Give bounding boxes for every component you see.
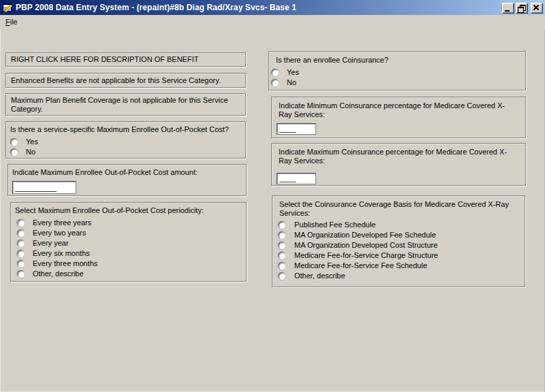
every-three-years-label[interactable]: Every three years [33,218,91,227]
group-coverage-basis: Select the Coinsurance Coverage Basis fo… [272,195,525,287]
window-title: PBP 2008 Data Entry System - (repaint)#8… [16,3,296,12]
radio-ma-developed-cost-structure-icon[interactable] [278,242,285,249]
medicare-ffs-charge-structure-label[interactable]: Medicare Fee-for-Service Charge Structur… [294,251,438,260]
periodicity-option-every-two-years[interactable]: Every two years [17,228,242,238]
basis-option-ma-developed-cost-structure[interactable]: MA Organization Developed Cost Structure [278,240,518,250]
min-coinsurance-input[interactable]: ____ [277,123,316,135]
max-coinsurance-label: Indicate Maximum Coinsurance percentage … [279,148,516,165]
restore-button[interactable] [516,3,528,14]
ma-developed-cost-structure-label[interactable]: MA Organization Developed Cost Structure [294,241,437,250]
radio-every-three-months-icon[interactable] [17,260,25,267]
coverage-basis-label: Select the Coinsurance Coverage Basis fo… [279,200,516,218]
radio-published-fee-schedule-icon[interactable] [278,221,285,229]
radio-basis-other-icon[interactable] [278,272,285,280]
ma-developed-fee-schedule-label[interactable]: MA Organization Developed Fee Schedule [294,231,436,240]
oop-yes-label[interactable]: Yes [26,137,38,146]
radio-periodicity-other-icon[interactable] [17,270,25,278]
application-window: PBP 2008 Data Entry System - (repaint)#8… [0,0,545,392]
coinsurance-no-label[interactable]: No [287,78,296,87]
group-min-coinsurance: Indicate Minimum Coinsurance percentage … [271,97,526,138]
minimize-icon [505,10,510,12]
oop-question-option-no[interactable]: No [10,147,241,157]
note-max-plan-benefit: Maximum Plan Benefit Coverage is not app… [5,93,246,116]
radio-every-six-months-icon[interactable] [17,250,25,257]
radio-medicare-ffs-fee-schedule-icon[interactable] [278,262,285,270]
description-banner-label: RIGHT CLICK HERE FOR DESCRIPTION OF BENE… [11,55,198,64]
oop-periodicity-label: Select Maximum Enrollee Out-of-Pocket Co… [15,206,242,215]
every-two-years-label[interactable]: Every two years [33,229,86,238]
every-year-label[interactable]: Every year [33,239,69,248]
periodicity-option-every-year[interactable]: Every year [17,238,242,248]
basis-option-medicare-ffs-fee-schedule[interactable]: Medicare Fee-for-Service Fee Schedule [278,261,518,271]
periodicity-option-every-three-months[interactable]: Every three months [17,259,242,269]
every-three-months-label[interactable]: Every three months [33,259,97,268]
radio-every-three-years-icon[interactable] [17,219,25,227]
menu-file[interactable]: File [0,16,22,28]
periodicity-option-every-three-years[interactable]: Every three years [17,218,242,228]
max-coinsurance-input-value: ____ [279,174,296,183]
periodicity-option-every-six-months[interactable]: Every six months [17,248,242,259]
coinsurance-yes-label[interactable]: Yes [287,68,299,77]
basis-option-published-fee-schedule[interactable]: Published Fee Schedule [278,220,518,230]
oop-question-label: Is there a service-specific Maximum Enro… [10,125,241,134]
oop-question-option-yes[interactable]: Yes [10,137,241,147]
periodicity-other-label[interactable]: Other, describe [33,270,84,278]
periodicity-option-other[interactable]: Other, describe [17,269,242,279]
coinsurance-option-no[interactable]: No [271,78,518,88]
radio-oop-no-icon[interactable] [10,148,18,156]
group-oop-question: Is there a service-specific Maximum Enro… [5,121,246,159]
radio-ma-developed-fee-schedule-icon[interactable] [278,231,285,239]
every-six-months-label[interactable]: Every six months [33,249,90,258]
oop-amount-label: Indicate Maximum Enrollee Out-of-Pocket … [12,168,242,177]
titlebar[interactable]: PBP 2008 Data Entry System - (repaint)#8… [0,0,545,15]
oop-amount-input[interactable]: __________ [12,181,76,194]
basis-other-label[interactable]: Other, describe [294,272,345,280]
application-icon [2,2,13,13]
close-icon [533,4,540,11]
radio-every-year-icon[interactable] [17,240,25,247]
close-button[interactable] [531,3,543,14]
group-coinsurance-question: Is there an enrollee Coinsurance? Yes No [268,51,526,91]
basis-option-medicare-ffs-charge-structure[interactable]: Medicare Fee-for-Service Charge Structur… [278,250,518,261]
radio-every-two-years-icon[interactable] [17,229,25,237]
min-coinsurance-input-value: ____ [279,125,296,133]
oop-amount-input-value: __________ [15,184,57,193]
menubar: File [0,15,545,29]
max-coinsurance-input[interactable]: ____ [277,173,316,184]
oop-no-label[interactable]: No [26,148,35,157]
note-enhanced-benefits-label: Enhanced Benefits are not applicable for… [11,76,221,85]
radio-coinsurance-no-icon[interactable] [271,79,279,86]
group-oop-amount: Indicate Maximum Enrollee Out-of-Pocket … [7,164,247,196]
coinsurance-question-label: Is there an enrollee Coinsurance? [276,56,518,65]
min-coinsurance-label: Indicate Minimum Coinsurance percentage … [279,101,516,119]
radio-oop-yes-icon[interactable] [10,138,18,146]
description-banner[interactable]: RIGHT CLICK HERE FOR DESCRIPTION OF BENE… [5,52,246,67]
group-max-coinsurance: Indicate Maximum Coinsurance percentage … [271,143,526,186]
group-oop-periodicity: Select Maximum Enrollee Out-of-Pocket Co… [10,202,247,282]
minimize-button[interactable] [502,3,514,14]
note-enhanced-benefits: Enhanced Benefits are not applicable for… [5,73,246,88]
basis-option-other[interactable]: Other, describe [278,271,518,281]
published-fee-schedule-label[interactable]: Published Fee Schedule [294,220,375,229]
radio-medicare-ffs-charge-structure-icon[interactable] [278,252,285,259]
basis-option-ma-developed-fee-schedule[interactable]: MA Organization Developed Fee Schedule [278,230,518,240]
medicare-ffs-fee-schedule-label[interactable]: Medicare Fee-for-Service Fee Schedule [294,261,427,270]
note-max-plan-benefit-label: Maximum Plan Benefit Coverage is not app… [11,96,239,114]
coinsurance-option-yes[interactable]: Yes [271,67,518,78]
radio-coinsurance-yes-icon[interactable] [271,69,279,76]
